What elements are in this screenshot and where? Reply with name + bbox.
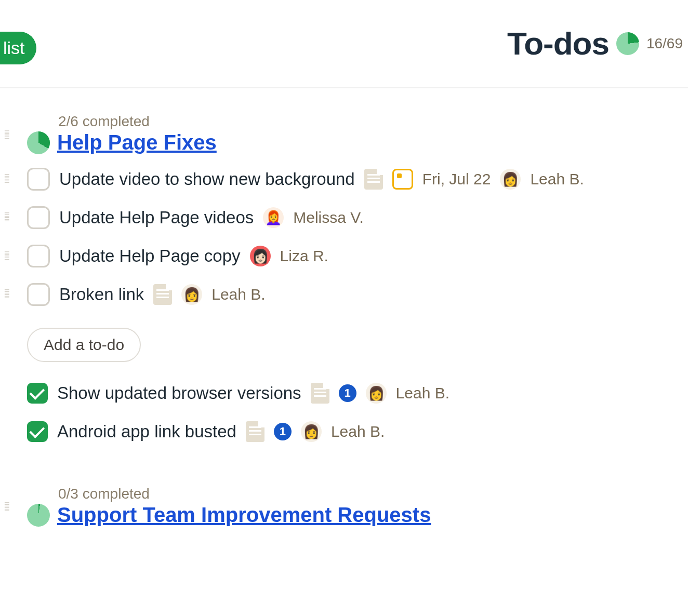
title-area: To-dos 16/69 <box>507 25 683 62</box>
todo-label: Broken link <box>59 285 144 304</box>
todo-label: Update Help Page videos <box>59 208 254 227</box>
assignee-name: Leah B. <box>331 423 385 440</box>
assignee-name: Melissa V. <box>293 209 364 226</box>
todo-item-completed[interactable]: Android app link busted 1 👩 Leah B. <box>27 419 688 444</box>
notes-icon[interactable] <box>153 284 172 305</box>
todo-list: ≡≡ 2/6 completed Help Page Fixes ≡≡ Upda… <box>27 113 688 444</box>
assignee-name: Leah B. <box>530 170 584 188</box>
todo-item[interactable]: ≡≡ Update Help Page copy 👩🏻 Liza R. <box>27 244 688 269</box>
todo-item[interactable]: ≡≡ Update video to show new background F… <box>27 167 688 192</box>
todo-item[interactable]: ≡≡ Broken link 👩 Leah B. <box>27 282 688 307</box>
list-view-pill[interactable]: list <box>0 32 36 64</box>
todo-checkbox[interactable] <box>27 245 50 267</box>
comment-count-badge[interactable]: 1 <box>274 423 292 440</box>
calendar-icon[interactable] <box>392 169 413 190</box>
notes-icon[interactable] <box>246 421 264 442</box>
todo-item-completed[interactable]: Show updated browser versions 1 👩 Leah B… <box>27 381 688 406</box>
add-todo-button[interactable]: Add a to-do <box>27 328 141 362</box>
avatar[interactable]: 👩 <box>181 284 202 305</box>
list-progress-pie-icon <box>27 131 50 154</box>
avatar[interactable]: 👩‍🦰 <box>263 207 284 228</box>
list-title-link[interactable]: Help Page Fixes <box>57 131 217 154</box>
avatar[interactable]: 👩🏻 <box>250 246 271 266</box>
drag-handle-icon[interactable]: ≡≡ <box>4 212 19 222</box>
list-progress-pie-icon <box>27 504 50 527</box>
todo-checkbox-checked[interactable] <box>27 421 48 442</box>
todo-label: Android app link busted <box>57 422 236 441</box>
avatar[interactable]: 👩 <box>366 383 387 404</box>
todo-label: Update Help Page copy <box>59 246 241 266</box>
assignee-name: Liza R. <box>280 247 328 265</box>
notes-icon[interactable] <box>311 383 329 404</box>
overall-progress-pie-icon <box>616 32 639 55</box>
drag-handle-icon[interactable]: ≡≡ <box>4 174 19 183</box>
todo-item[interactable]: ≡≡ Update Help Page videos 👩‍🦰 Melissa V… <box>27 205 688 230</box>
comment-count-badge[interactable]: 1 <box>339 384 356 402</box>
todo-checkbox[interactable] <box>27 283 50 306</box>
todo-checkbox-checked[interactable] <box>27 383 48 404</box>
assignee-name: Leah B. <box>211 286 265 303</box>
drag-handle-icon[interactable]: ≡≡ <box>4 502 19 512</box>
assignee-name: Leah B. <box>396 384 449 402</box>
notes-icon[interactable] <box>364 169 383 190</box>
overall-progress-count: 16/69 <box>646 35 683 52</box>
todo-label: Show updated browser versions <box>57 383 301 403</box>
due-date: Fri, Jul 22 <box>422 170 491 188</box>
header-area: list To-dos 16/69 <box>0 0 688 88</box>
avatar[interactable]: 👩 <box>500 169 521 190</box>
todo-checkbox[interactable] <box>27 206 50 229</box>
todo-checkbox[interactable] <box>27 168 50 191</box>
list-completed-count: 2/6 completed <box>58 113 688 130</box>
page-title: To-dos <box>507 25 609 62</box>
todo-list: ≡≡ 0/3 completed Support Team Improvemen… <box>27 486 688 527</box>
list-title-link[interactable]: Support Team Improvement Requests <box>57 503 431 527</box>
list-completed-count: 0/3 completed <box>58 486 688 502</box>
content-area: ≡≡ 2/6 completed Help Page Fixes ≡≡ Upda… <box>0 88 688 527</box>
drag-handle-icon[interactable]: ≡≡ <box>4 251 19 260</box>
avatar[interactable]: 👩 <box>301 421 322 442</box>
drag-handle-icon[interactable]: ≡≡ <box>4 130 19 139</box>
drag-handle-icon[interactable]: ≡≡ <box>4 289 19 299</box>
todo-label: Update video to show new background <box>59 169 355 189</box>
